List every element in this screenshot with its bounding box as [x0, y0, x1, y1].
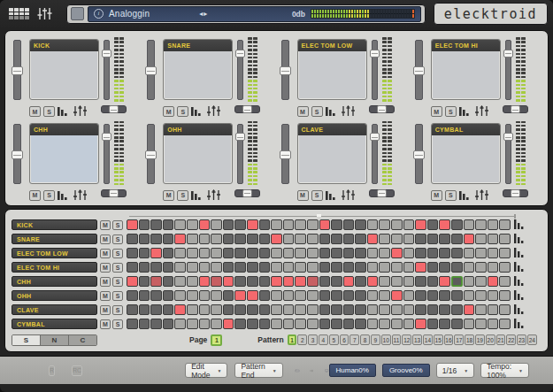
step-7[interactable] [199, 319, 211, 329]
step-28[interactable] [451, 219, 463, 230]
step-8[interactable] [211, 234, 222, 244]
row-solo-button[interactable]: S [112, 277, 123, 287]
pattern-button-12[interactable]: 12 [402, 334, 411, 345]
step-14[interactable] [283, 262, 295, 273]
step-29[interactable] [464, 304, 475, 315]
step-3[interactable] [150, 248, 162, 258]
step-11[interactable] [247, 219, 258, 230]
step-6[interactable] [187, 290, 198, 301]
row-solo-button[interactable]: S [112, 249, 123, 258]
pattern-button-3[interactable]: 3 [308, 334, 318, 345]
bars-icon[interactable] [326, 104, 337, 119]
step-1[interactable] [127, 248, 138, 258]
step-18[interactable] [331, 262, 342, 273]
row-label-button[interactable]: CYMBAL [12, 319, 97, 329]
step-16[interactable] [307, 290, 319, 301]
step-7[interactable] [199, 276, 211, 287]
step-23[interactable] [391, 319, 403, 329]
step-24[interactable] [403, 248, 415, 258]
step-17[interactable] [319, 319, 331, 329]
step-15[interactable] [295, 319, 306, 329]
step-24[interactable] [403, 276, 415, 287]
row-solo-button[interactable]: S [112, 263, 123, 273]
step-22[interactable] [379, 290, 390, 301]
step-2[interactable] [139, 276, 150, 287]
pad-volume-slider[interactable] [281, 124, 289, 184]
pattern-button-18[interactable]: 18 [465, 334, 474, 345]
step-30[interactable] [475, 319, 487, 329]
step-26[interactable] [427, 304, 439, 315]
pattern-button-13[interactable]: 13 [412, 334, 422, 345]
row-label-button[interactable]: SNARE [12, 234, 97, 244]
step-13[interactable] [271, 319, 282, 329]
step-13[interactable] [271, 262, 282, 273]
step-5[interactable] [174, 290, 186, 301]
step-3[interactable] [150, 290, 162, 301]
row-mute-button[interactable]: M [100, 291, 111, 301]
step-25[interactable] [415, 276, 426, 287]
step-22[interactable] [379, 304, 390, 315]
step-20[interactable] [355, 276, 366, 287]
step-2[interactable] [139, 234, 150, 244]
bars-icon[interactable] [459, 104, 471, 119]
step-8[interactable] [211, 290, 222, 301]
pattern-button-8[interactable]: 8 [360, 334, 370, 345]
step-26[interactable] [427, 319, 439, 329]
slider-handle[interactable] [242, 189, 252, 197]
mute-button[interactable]: M [297, 106, 309, 117]
pattern-button-10[interactable]: 10 [381, 334, 391, 345]
step-20[interactable] [355, 290, 366, 301]
step-25[interactable] [415, 319, 426, 329]
faders-icon[interactable] [207, 104, 220, 119]
step-12[interactable] [259, 304, 271, 315]
pad-pitch-slider[interactable] [505, 124, 511, 184]
slider-handle[interactable] [102, 50, 111, 58]
step-16[interactable] [307, 248, 319, 258]
step-4[interactable] [163, 262, 174, 273]
rate-dropdown[interactable]: 1/16▼ [436, 363, 475, 378]
slider-handle[interactable] [145, 150, 157, 159]
bars-icon[interactable] [58, 104, 69, 119]
pattern-button-22[interactable]: 22 [506, 334, 516, 345]
solo-button[interactable]: S [177, 190, 188, 201]
step-8[interactable] [211, 219, 222, 230]
step-18[interactable] [331, 248, 342, 258]
human-button[interactable]: Human0% [329, 364, 376, 377]
record-count-button[interactable]: RC [72, 365, 82, 376]
step-1[interactable] [127, 304, 138, 315]
info-icon[interactable]: i [94, 9, 104, 19]
step-28[interactable] [451, 304, 463, 315]
step-12[interactable] [259, 219, 271, 230]
step-31[interactable] [488, 319, 499, 329]
step-20[interactable] [355, 304, 366, 315]
step-2[interactable] [139, 219, 150, 230]
step-14[interactable] [283, 304, 295, 315]
pad-pitch-slider[interactable] [372, 40, 378, 100]
step-21[interactable] [367, 304, 379, 315]
row-solo-button[interactable]: S [112, 220, 123, 230]
slider-handle[interactable] [503, 50, 513, 58]
row-mute-button[interactable]: M [100, 319, 111, 329]
step-28[interactable] [451, 248, 463, 258]
pad-pitch-slider[interactable] [104, 40, 110, 100]
step-27[interactable] [439, 234, 450, 244]
step-16[interactable] [307, 234, 319, 244]
loop-icon[interactable] [295, 365, 300, 377]
step-4[interactable] [163, 219, 174, 230]
step-30[interactable] [475, 290, 487, 301]
step-23[interactable] [391, 262, 403, 273]
slider-handle[interactable] [503, 133, 513, 141]
step-3[interactable] [150, 276, 162, 287]
step-12[interactable] [259, 262, 271, 273]
step-18[interactable] [331, 304, 342, 315]
pattern-button-23[interactable]: 23 [517, 334, 526, 345]
step-29[interactable] [464, 262, 475, 273]
step-13[interactable] [271, 276, 282, 287]
step-21[interactable] [367, 219, 379, 230]
mute-button[interactable]: M [29, 190, 41, 201]
step-18[interactable] [331, 234, 342, 244]
slider-handle[interactable] [12, 66, 23, 75]
step-20[interactable] [355, 262, 366, 273]
solo-button[interactable]: S [177, 106, 188, 117]
tab-n[interactable]: N [41, 335, 69, 345]
